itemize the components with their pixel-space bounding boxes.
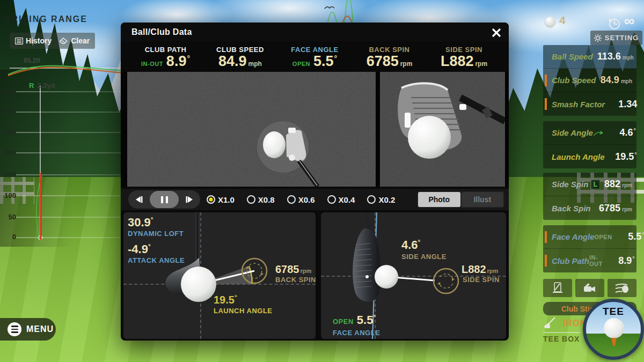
sidebar-row-ball-speed[interactable]: Ball Speed 113.6mph — [543, 45, 636, 69]
pause-button[interactable] — [150, 191, 179, 208]
launch-angle-label: LAUNCH ANGLE — [214, 307, 273, 314]
apex-height-label: 95.2ft — [24, 57, 40, 64]
radio-dot — [207, 195, 215, 204]
club-icon — [543, 317, 558, 330]
tick-100: 100 — [1, 191, 16, 200]
sidebar-row-club-speed[interactable]: Club Speed 84.9mph — [543, 69, 636, 92]
tee-box-label: TEE BOX — [543, 335, 580, 343]
close-button[interactable] — [489, 26, 503, 40]
back-spin-value: 6785rpm — [275, 264, 311, 275]
swing-video-button[interactable] — [575, 279, 604, 297]
speed-radio-x06[interactable]: X0.6 — [287, 195, 315, 204]
clear-button[interactable]: Clear — [59, 36, 90, 45]
playback-controls — [128, 190, 200, 209]
modal-header: Ball/Club Data — [121, 23, 509, 42]
tick-350: 350 — [1, 87, 16, 95]
direction-arrow-icon — [593, 130, 604, 136]
history-icon — [15, 38, 23, 45]
radio-dot — [247, 195, 255, 204]
stat-back-spin: BACK SPIN 6785rpm — [352, 42, 427, 72]
sticker-card-icon — [551, 282, 564, 294]
close-icon — [492, 28, 501, 38]
step-back-icon — [135, 196, 143, 203]
hamburger-icon — [8, 322, 21, 336]
speed-radio-x08[interactable]: X0.8 — [247, 195, 275, 204]
sidebar-row-launch-angle[interactable]: Launch Angle 19.5° — [543, 145, 636, 168]
side-spin-value: L882rpm — [462, 264, 498, 275]
menu-button[interactable]: MENU — [0, 318, 56, 341]
speed-radio-x02[interactable]: X0.2 — [367, 195, 395, 204]
page-title: DRIVING RANGE — [4, 14, 87, 24]
divider — [543, 332, 581, 333]
sidebar-group-speed: Ball Speed 113.6mph Club Speed 84.9mph S… — [543, 45, 636, 116]
offline-label: R2.2yd — [29, 82, 55, 90]
speed-radio-group: X1.0 X0.8 X0.6 X0.4 X0.2 — [207, 189, 395, 210]
infinity-icon: ∞ — [624, 13, 634, 29]
tee-ball — [604, 318, 624, 338]
dynamic-loft-label: DYNAMIC LOFT — [128, 230, 184, 237]
radio-dot — [287, 195, 296, 204]
photo-illust-toggle: Photo Illust — [417, 191, 504, 208]
attack-angle-label: ATTACK ANGLE — [128, 257, 185, 264]
sidebar-row-side-angle[interactable]: Side Angle 4.6° — [543, 121, 636, 145]
step-forward-icon — [185, 196, 194, 203]
camera-photos — [121, 72, 509, 187]
back-spin-label: BACK SPIN — [275, 276, 316, 283]
video-camera-icon — [583, 282, 597, 294]
speed-radio-x04[interactable]: X0.4 — [327, 195, 355, 204]
swing-path-icon — [614, 282, 630, 294]
side-angle-value: 4.6° — [401, 239, 420, 251]
sidebar-row-club-path[interactable]: Club Path IN-OUT 8.9° — [543, 249, 636, 272]
side-spin-label: SIDE SPIN — [463, 276, 500, 283]
sidebar-row-face-angle[interactable]: Face Angle OPEN 5.5° — [543, 225, 636, 249]
setting-button[interactable]: SETTING — [590, 31, 642, 45]
golf-sim-screen: DRIVING RANGE History Clear 95.2ft R2.2y… — [0, 0, 644, 362]
tee-button[interactable]: TEE — [583, 299, 644, 360]
ball-icon — [545, 17, 555, 26]
photo-tab[interactable]: Photo — [418, 192, 460, 207]
sidebar-row-back-spin[interactable]: Back Spin 6785rpm — [543, 196, 636, 220]
impact-photo-top-view — [127, 72, 376, 187]
sidebar-group-angles: Side Angle 4.6° Launch Angle 19.5° — [543, 121, 636, 168]
swing-path-button[interactable] — [608, 279, 636, 297]
stats-strip: CLUB PATH IN-OUT8.9° CLUB SPEED 84.9mph … — [121, 42, 509, 72]
step-back-button[interactable] — [128, 190, 150, 209]
history-button[interactable]: History — [15, 36, 52, 45]
launch-angle-value: 19.5° — [214, 294, 237, 305]
stat-club-path: CLUB PATH IN-OUT8.9° — [128, 42, 203, 72]
speed-radio-x10[interactable]: X1.0 — [207, 195, 235, 204]
modal-title: Ball/Club Data — [131, 27, 192, 37]
history-clock-icon[interactable] — [607, 17, 621, 31]
face-angle-value: OPEN5.5° — [333, 314, 376, 326]
gear-icon — [594, 34, 602, 42]
tick-300: 300 — [1, 108, 16, 116]
top-view-panel: 4.6° SIDE ANGLE L882rpm SIDE SPIN OPEN5.… — [321, 212, 506, 339]
radio-dot — [367, 195, 376, 204]
tick-50: 50 — [1, 213, 16, 221]
sidebar-row-side-spin[interactable]: Side Spin L 882rpm — [543, 173, 636, 196]
stat-side-spin: SIDE SPIN L882rpm — [427, 42, 501, 72]
accent-bar — [545, 255, 547, 267]
playback-bar: X1.0 X0.8 X0.6 X0.4 X0.2 Photo Illust — [121, 189, 509, 210]
history-toolbar: History Clear — [10, 33, 95, 49]
radio-dot — [327, 195, 336, 204]
sidebar-group-face: Face Angle OPEN 5.5° Club Path IN-OUT 8.… — [543, 225, 636, 272]
offline-side: R — [29, 82, 34, 90]
step-forward-button[interactable] — [179, 190, 200, 209]
club-sticker-button[interactable] — [543, 279, 572, 297]
stat-face-angle: FACE ANGLE OPEN5.5° — [277, 42, 352, 72]
ball-count: 4 — [559, 14, 566, 27]
accent-bar — [545, 231, 547, 243]
illust-tab[interactable]: Illust — [462, 192, 504, 207]
stat-club-speed: CLUB SPEED 84.9mph — [203, 42, 277, 72]
face-angle-label: FACE ANGLE — [333, 329, 380, 336]
tick-250: 250 — [1, 128, 16, 136]
tick-0: 0 — [1, 233, 16, 241]
tick-150: 150 — [1, 171, 16, 179]
attack-angle-value: -4.9° — [128, 243, 151, 255]
tee-peg — [611, 338, 617, 346]
sidebar-row-smash-factor[interactable]: Smash Factor 1.34 — [543, 92, 636, 116]
side-angle-label: SIDE ANGLE — [401, 253, 447, 260]
accent-bar — [545, 75, 547, 86]
tick-200: 200 — [1, 149, 16, 157]
